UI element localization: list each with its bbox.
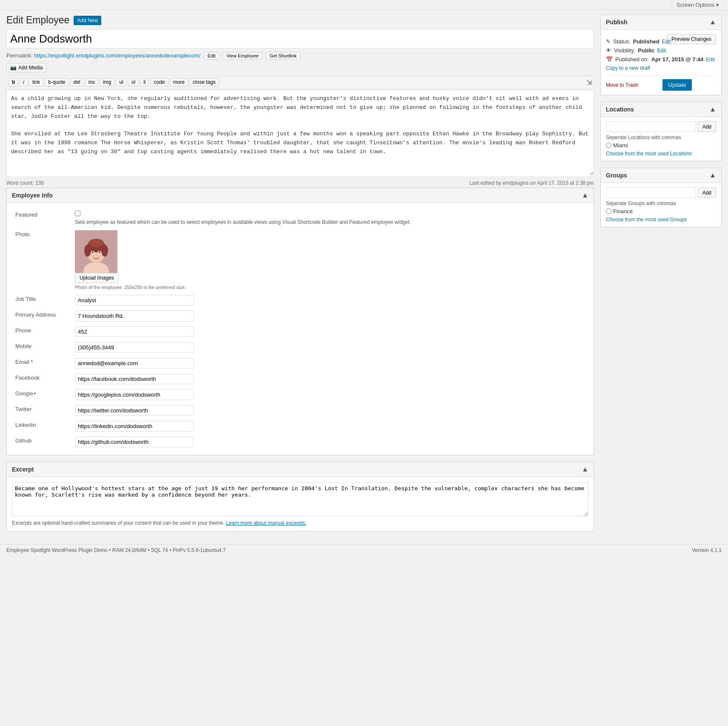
screen-options-button[interactable]: Screen Options bbox=[672, 0, 724, 10]
field-label: Primary Address bbox=[12, 308, 71, 324]
table-row: Google+ bbox=[12, 387, 588, 403]
group-item-finance: Finance bbox=[606, 208, 716, 214]
groups-input[interactable] bbox=[606, 187, 696, 198]
mobile-input[interactable] bbox=[75, 342, 194, 353]
excerpt-hint: Excerpts are optional hand-crafted summa… bbox=[12, 520, 588, 526]
locations-add-button[interactable]: Add bbox=[698, 121, 716, 132]
excerpt-header[interactable]: Excerpt ▲ bbox=[7, 462, 594, 477]
status-edit-link[interactable]: Edit bbox=[662, 39, 671, 45]
field-label: Twitter bbox=[12, 403, 71, 418]
visibility-row: 👁 Visibility: Public Edit bbox=[606, 47, 716, 54]
excerpt-body: Became one of Hollywood's hottest stars … bbox=[7, 477, 594, 531]
view-employee-button[interactable]: View Employee bbox=[223, 52, 263, 60]
main-wrap: Edit Employee Add New Permalink: https:/… bbox=[0, 10, 728, 544]
primary-address-input[interactable] bbox=[75, 311, 194, 321]
publish-header: Publish ▲ bbox=[601, 15, 721, 30]
excerpt-toggle[interactable]: ▲ bbox=[582, 466, 588, 473]
update-button[interactable]: Update bbox=[662, 79, 692, 91]
permalink-edit-button[interactable]: Edit bbox=[204, 52, 220, 60]
copy-to-draft-link[interactable]: Copy to a new draft bbox=[606, 65, 716, 71]
photo-svg bbox=[75, 230, 117, 273]
twitter-input[interactable] bbox=[75, 405, 194, 416]
locations-toggle[interactable]: ▲ bbox=[709, 106, 716, 113]
content-area: Edit Employee Add New Permalink: https:/… bbox=[6, 14, 594, 538]
excerpt-textarea[interactable]: Became one of Hollywood's hottest stars … bbox=[12, 482, 588, 516]
choose-locations-link[interactable]: Choose from the most used Locations bbox=[606, 151, 692, 157]
groups-add-button[interactable]: Add bbox=[698, 187, 716, 198]
add-media-button[interactable]: 📷 Add Media bbox=[6, 63, 46, 72]
excerpt-learn-more-link[interactable]: Learn more about manual excerpts. bbox=[226, 520, 306, 526]
photo-cell: Upload Images Photo of the employee. 250… bbox=[71, 228, 588, 292]
toolbar-li[interactable]: li bbox=[140, 78, 149, 86]
location-radio-miami[interactable] bbox=[606, 143, 611, 148]
published-edit-link[interactable]: Edit bbox=[706, 57, 715, 63]
groups-toggle[interactable]: ▲ bbox=[709, 171, 716, 179]
toolbar-bquote[interactable]: b-quote bbox=[45, 78, 69, 86]
editor-wrap: As a child growing up in New York, she r… bbox=[6, 90, 594, 177]
add-new-button[interactable]: Add New bbox=[74, 16, 101, 25]
toolbar-ol[interactable]: ol bbox=[128, 78, 139, 86]
toolbar-code[interactable]: code bbox=[150, 78, 168, 86]
expand-editor-button[interactable]: ⇲ bbox=[586, 78, 592, 86]
choose-groups-link[interactable]: Choose from the most used Groups bbox=[606, 217, 687, 223]
locations-hint: Seperate Locations with commas bbox=[606, 134, 716, 140]
table-row: Primary Address bbox=[12, 308, 588, 324]
photo-row: Photo bbox=[12, 228, 588, 292]
permalink-slug[interactable]: annedodexamplecom/ bbox=[146, 52, 200, 59]
github-input[interactable] bbox=[75, 437, 194, 447]
toolbar-ul[interactable]: ul bbox=[116, 78, 126, 86]
add-media-icon: 📷 bbox=[10, 65, 17, 71]
group-radio-finance[interactable] bbox=[606, 209, 611, 214]
linkedin-input[interactable] bbox=[75, 421, 194, 432]
featured-hint: Sets employee as featured which can be u… bbox=[75, 219, 585, 225]
visibility-icon: 👁 bbox=[606, 47, 611, 54]
svg-point-10 bbox=[92, 252, 94, 253]
employee-info-toggle[interactable]: ▲ bbox=[582, 192, 588, 199]
field-cell bbox=[71, 371, 588, 387]
upload-images-button[interactable]: Upload Images bbox=[75, 273, 119, 283]
move-to-trash-link[interactable]: Move to Trash bbox=[606, 82, 638, 88]
locations-box: Locations ▲ Add Seperate Locations with … bbox=[600, 102, 722, 161]
post-title-input[interactable] bbox=[6, 29, 594, 49]
preview-changes-button[interactable]: Preview Changes bbox=[667, 34, 716, 44]
editor-textarea[interactable]: As a child growing up in New York, she r… bbox=[7, 90, 594, 175]
featured-checkbox[interactable] bbox=[75, 211, 80, 216]
post-title-wrap bbox=[6, 29, 594, 49]
required-marker: * bbox=[31, 359, 33, 365]
visibility-edit-link[interactable]: Edit bbox=[657, 48, 666, 54]
phone-input[interactable] bbox=[75, 326, 194, 337]
email-input[interactable] bbox=[75, 358, 194, 369]
publish-toggle[interactable]: ▲ bbox=[709, 18, 716, 26]
toolbar-bold[interactable]: b bbox=[9, 78, 18, 86]
googleplus-input[interactable] bbox=[75, 389, 194, 400]
publish-actions: Move to Trash Update bbox=[606, 75, 716, 91]
permalink-label: Permalink: bbox=[6, 52, 32, 59]
get-shortlink-button[interactable]: Get Shortlink bbox=[266, 52, 300, 60]
groups-header: Groups ▲ bbox=[601, 168, 721, 183]
table-row: Linkedin bbox=[12, 418, 588, 434]
toolbar-italic[interactable]: i bbox=[20, 78, 28, 86]
visibility-value: Public bbox=[638, 47, 654, 54]
field-label: Facebook bbox=[12, 371, 71, 387]
toolbar-more[interactable]: more bbox=[170, 78, 188, 86]
toolbar-close-tags[interactable]: close tags bbox=[189, 78, 219, 86]
page-title: Edit Employee bbox=[6, 14, 69, 26]
groups-body: Add Seperate Groups with commas Finance … bbox=[601, 183, 721, 227]
toolbar-ins[interactable]: ins bbox=[85, 78, 98, 86]
permalink-base[interactable]: https://espotlight.emdplugins.com/employ… bbox=[34, 52, 146, 59]
status-row: ✎ Status: Published Edit bbox=[606, 38, 667, 45]
svg-point-6 bbox=[84, 245, 91, 257]
editor-toolbar: b i link b-quote del ins img ul ol li co… bbox=[6, 76, 594, 88]
toolbar-del[interactable]: del bbox=[70, 78, 84, 86]
employee-info-header[interactable]: Employee Info ▲ bbox=[7, 188, 594, 203]
field-cell bbox=[71, 324, 588, 340]
field-cell bbox=[71, 292, 588, 308]
field-cell bbox=[71, 340, 588, 355]
permalink-row: Permalink: https://espotlight.emdplugins… bbox=[6, 52, 594, 60]
locations-input[interactable] bbox=[606, 121, 696, 132]
facebook-input[interactable] bbox=[75, 374, 194, 384]
table-row: Twitter bbox=[12, 403, 588, 418]
toolbar-img[interactable]: img bbox=[100, 78, 114, 86]
toolbar-link[interactable]: link bbox=[29, 78, 43, 86]
job-title-input[interactable] bbox=[75, 295, 194, 306]
